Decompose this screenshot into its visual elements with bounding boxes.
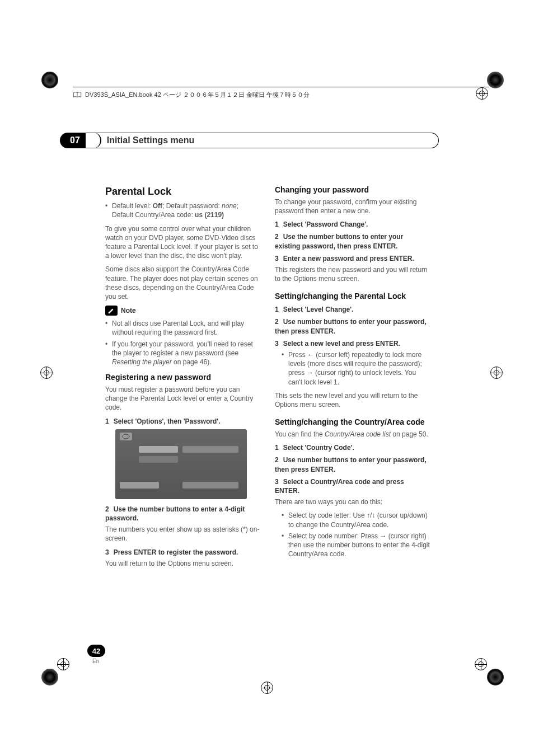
registering-intro: You must register a password before you … [105, 385, 260, 412]
intro-para-1: To give you some control over what your … [105, 224, 260, 261]
note-label: Note [121, 306, 136, 315]
ca-bullet-1: • Select by code letter: Use ↑/↓ (cursor… [282, 511, 430, 529]
registering-heading: Registering a new password [105, 372, 260, 383]
pencil-icon [105, 306, 118, 316]
chg-step-3: 3Enter a new password and press ENTER. [275, 254, 430, 263]
menu-tab-icon [120, 433, 132, 440]
right-arrow-icon-2: → [380, 532, 386, 540]
chapter-title-wrap: Initial Settings menu [86, 133, 439, 148]
country-intro: You can find the Country/Area code list … [275, 430, 430, 439]
reg-step-1: 1Select 'Options', then 'Password'. [105, 417, 260, 426]
book-header-line: DV393S_ASIA_EN.book 42 ページ ２００６年５月１２日 金曜… [73, 87, 489, 99]
default-line: • Default level: Off; Default password: … [105, 201, 260, 219]
book-icon [73, 92, 82, 98]
chg-step-3-sub: This registers the new password and you … [275, 265, 430, 283]
note-bullet-2: •If you forget your password, you'll nee… [105, 340, 260, 367]
crop-mark-left [40, 367, 53, 379]
reg-mark-top-left [41, 72, 58, 88]
reg-mark-top-right [487, 72, 504, 88]
note-heading: Note [105, 306, 260, 316]
chg-step-2: 2Use the number buttons to enter your ex… [275, 232, 430, 250]
note-bullet-1: •Not all discs use Parental Lock, and wi… [105, 319, 260, 337]
reg-step-3: 3Press ENTER to register the password. [105, 548, 260, 557]
crop-mark-bottom-left [57, 658, 69, 670]
ca-step-3-sub: There are two ways you can do this: [275, 497, 430, 506]
content: Parental Lock • Default level: Off; Defa… [105, 185, 430, 572]
chg-step-1: 1Select 'Password Change'. [275, 220, 430, 229]
lvl-after: This sets the new level and you will ret… [275, 391, 430, 409]
parental-lock-heading: Parental Lock [105, 185, 260, 198]
lvl-step-3: 3Select a new level and press ENTER. [275, 339, 430, 348]
reg-step-3-sub: You will return to the Options menu scre… [105, 559, 260, 568]
options-menu-screenshot [115, 429, 247, 499]
lvl-step-2: 2Use number buttons to enter your passwo… [275, 317, 430, 335]
chapter-number: 07 [60, 133, 86, 148]
lvl-bullet-1: • Press ← (cursor left) repeatedly to lo… [282, 350, 430, 387]
updown-arrow-icon: ↑/↓ [367, 511, 375, 519]
menu-row-3b [182, 482, 238, 489]
chapter-bar: 07 Initial Settings menu [60, 133, 439, 148]
page-language: En [92, 658, 99, 664]
menu-row-2 [139, 456, 178, 463]
book-header-text: DV393S_ASIA_EN.book 42 ページ ２００６年５月１２日 金曜… [85, 91, 310, 99]
changing-password-intro: To change your password, confirm your ex… [275, 198, 430, 215]
ca-step-2: 2Use number buttons to enter your passwo… [275, 456, 430, 473]
reg-mark-bottom-left [41, 669, 58, 685]
level-heading: Setting/changing the Parental Lock [275, 291, 430, 302]
crop-mark-right [490, 367, 503, 379]
left-arrow-icon: ← [307, 351, 314, 359]
left-column: Parental Lock • Default level: Off; Defa… [105, 185, 260, 572]
page-number: 42 [87, 645, 105, 657]
menu-row-1a [139, 446, 178, 453]
reg-step-2: 2Use the number buttons to enter a 4-dig… [105, 505, 260, 523]
ca-step-1: 1Select 'Country Code'. [275, 443, 430, 452]
chapter-title: Initial Settings menu [107, 135, 194, 145]
reg-mark-bottom-right [487, 669, 504, 685]
crop-mark-bottom-center [261, 682, 273, 694]
right-arrow-icon: → [307, 369, 313, 377]
changing-password-heading: Changing your password [275, 185, 430, 195]
country-heading: Setting/changing the Country/Area code [275, 417, 430, 428]
intro-para-2: Some discs also support the Country/Area… [105, 265, 260, 301]
ca-bullet-2: • Select by code number: Press → (cursor… [282, 532, 430, 559]
menu-row-1b [182, 446, 238, 453]
svg-point-1 [123, 434, 129, 439]
crop-mark-bottom-right2 [475, 658, 487, 670]
lvl-step-1: 1Select 'Level Change'. [275, 305, 430, 314]
reg-step-2-sub: The numbers you enter show up as asteris… [105, 525, 260, 543]
menu-row-3a [120, 482, 159, 489]
ca-step-3: 3Select a Country/Area code and press EN… [275, 477, 430, 495]
chapter-divider [92, 133, 101, 148]
right-column: Changing your password To change your pa… [275, 185, 430, 572]
